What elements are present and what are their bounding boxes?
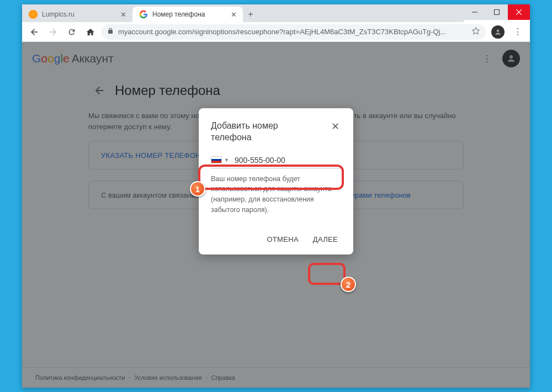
forward-button[interactable] [45, 24, 61, 40]
close-icon[interactable]: ✕ [119, 10, 127, 18]
maximize-button[interactable] [486, 4, 508, 20]
window-controls [464, 4, 530, 20]
modal-title: Добавить номер телефона [211, 120, 310, 144]
address-bar: myaccount.google.com/signinoptions/rescu… [22, 22, 530, 42]
tab-title: Lumpics.ru [42, 10, 115, 18]
tab-strip: Lumpics.ru ✕ Номер телефона ✕ + [22, 4, 464, 22]
url-text: myaccount.google.com/signinoptions/rescu… [118, 28, 468, 36]
tab-phone[interactable]: Номер телефона ✕ [132, 7, 243, 22]
browser-menu-button[interactable]: ⋮ [510, 24, 526, 40]
lock-icon [107, 28, 114, 36]
russia-flag-icon [211, 156, 222, 163]
tab-title: Номер телефона [152, 10, 225, 18]
phone-input[interactable] [235, 156, 341, 165]
new-tab-button[interactable]: + [243, 7, 258, 22]
home-button[interactable] [83, 24, 98, 40]
modal-close-button[interactable]: ✕ [329, 120, 341, 133]
profile-avatar[interactable] [491, 25, 505, 39]
favicon-lumpics [29, 10, 38, 19]
svg-point-4 [497, 29, 500, 32]
chevron-down-icon: ▼ [224, 157, 229, 163]
back-button[interactable] [26, 24, 42, 40]
annotation-badge-2: 2 [341, 277, 356, 292]
omnibox[interactable]: myaccount.google.com/signinoptions/rescu… [102, 24, 486, 40]
browser-window: Lumpics.ru ✕ Номер телефона ✕ + myaccoun… [22, 4, 530, 388]
star-icon[interactable] [471, 27, 480, 37]
modal-description: Ваш номер телефона будет использоваться … [211, 174, 341, 215]
annotation-badge-1: 1 [190, 181, 205, 197]
favicon-google [139, 10, 148, 19]
titlebar: Lumpics.ru ✕ Номер телефона ✕ + [22, 4, 530, 22]
cancel-button[interactable]: ОТМЕНА [263, 231, 301, 248]
add-phone-modal: Добавить номер телефона ✕ ▼ Ваш номер те… [199, 108, 353, 255]
next-button[interactable]: ДАЛЕЕ [310, 231, 341, 248]
close-icon[interactable]: ✕ [230, 10, 237, 18]
tab-lumpics[interactable]: Lumpics.ru ✕ [22, 7, 132, 22]
country-selector[interactable]: ▼ [211, 156, 229, 163]
modal-overlay[interactable]: Добавить номер телефона ✕ ▼ Ваш номер те… [22, 42, 530, 388]
phone-input-row: ▼ [211, 153, 341, 168]
reload-button[interactable] [64, 24, 79, 40]
close-button[interactable] [508, 4, 530, 20]
minimize-button[interactable] [464, 4, 486, 20]
svg-rect-1 [495, 10, 500, 15]
